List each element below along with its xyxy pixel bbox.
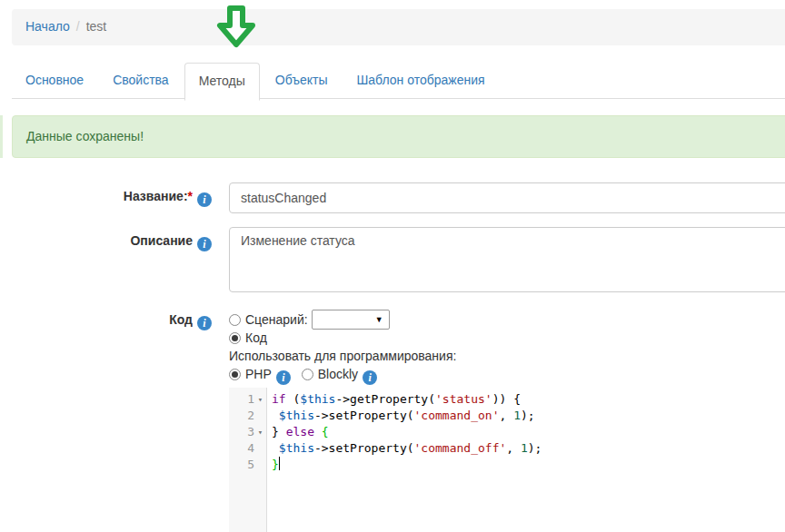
code-token: } xyxy=(272,458,279,471)
code-token: ->setProperty( xyxy=(314,441,414,455)
info-icon[interactable]: i xyxy=(197,237,212,251)
gutter-line-1: 1▾ xyxy=(229,391,266,408)
gutter-line-4: 4 xyxy=(229,440,266,457)
name-input[interactable] xyxy=(229,182,785,213)
scenario-radio-label: Сценарий: xyxy=(245,312,308,327)
tab-1[interactable]: Основное xyxy=(12,63,97,99)
code-editor[interactable]: 1▾23▾45 if ($this->getProperty('status')… xyxy=(229,388,785,532)
code-token: 1 xyxy=(513,409,521,422)
line-number: 1 xyxy=(229,391,254,408)
blockly-radio-label: Blockly xyxy=(318,367,358,381)
code-token: { xyxy=(322,425,329,438)
description-label-text: Описание xyxy=(130,233,193,248)
code-token: if xyxy=(272,392,286,406)
tab-4[interactable]: Объекты xyxy=(262,63,342,99)
code-line-4: $this->setProperty('command_off', 1); xyxy=(272,440,785,457)
code-token: ( xyxy=(286,392,301,406)
code-radio-label: Код xyxy=(245,330,267,345)
code-line-2: $this->setProperty('command_on', 1); xyxy=(272,408,785,424)
code-radio[interactable] xyxy=(229,332,241,344)
line-number: 2 xyxy=(229,408,254,424)
info-icon[interactable]: i xyxy=(276,370,291,385)
fold-arrow-icon[interactable]: ▾ xyxy=(254,424,266,440)
code-label: Кодi xyxy=(0,312,212,330)
scenario-select[interactable]: ▼ xyxy=(312,310,390,330)
code-token: $this xyxy=(279,409,314,422)
text-cursor xyxy=(279,457,280,470)
down-arrow-icon xyxy=(214,5,259,54)
line-number: 3 xyxy=(229,424,254,440)
fold-spacer xyxy=(254,457,266,473)
required-asterisk: * xyxy=(188,189,193,203)
gutter-line-5: 5 xyxy=(229,457,266,473)
code-token: 'command_on' xyxy=(414,409,500,422)
gutter-line-3: 3▾ xyxy=(229,424,266,440)
tab-2[interactable]: Свойства xyxy=(99,63,182,99)
scenario-radio[interactable] xyxy=(229,314,241,326)
tab-bar: ОсновноеСвойстваМетодыОбъектыШаблон отоб… xyxy=(12,63,785,99)
code-token xyxy=(272,441,279,455)
code-token: ); xyxy=(528,441,542,455)
editor-code-area[interactable]: if ($this->getProperty('status')) { $thi… xyxy=(267,388,785,532)
info-icon[interactable]: i xyxy=(363,370,377,385)
tab-5[interactable]: Шаблон отображения xyxy=(343,63,499,99)
description-label: Описаниеi xyxy=(0,233,212,251)
fold-spacer xyxy=(254,440,266,457)
name-label: Название:*i xyxy=(0,189,212,207)
info-icon[interactable]: i xyxy=(197,316,212,330)
code-token: ->getProperty( xyxy=(335,392,435,406)
code-line-5: } xyxy=(272,457,785,473)
gutter-line-2: 2 xyxy=(229,408,266,424)
code-token: 'command_off' xyxy=(414,441,507,455)
code-token: )) { xyxy=(492,392,521,406)
breadcrumb-current: test xyxy=(86,19,107,34)
code-token: $this xyxy=(300,392,335,406)
php-radio[interactable] xyxy=(229,369,241,380)
info-icon[interactable]: i xyxy=(197,192,212,207)
code-token: ); xyxy=(521,409,535,422)
select-arrow-icon: ▼ xyxy=(375,315,383,324)
code-token xyxy=(314,425,322,438)
programming-hint: Использовать для программирования: xyxy=(229,349,456,363)
blockly-radio[interactable] xyxy=(302,369,313,380)
success-alert-text: Данные сохранены! xyxy=(26,129,144,143)
language-option-row: PHPi Blocklyi xyxy=(229,367,377,385)
description-textarea[interactable]: Изменение статуса xyxy=(229,227,785,292)
breadcrumb: Начало/test xyxy=(12,9,785,45)
php-radio-label: PHP xyxy=(245,367,272,381)
code-option-row: Код xyxy=(229,330,267,345)
alert-edge-sliver xyxy=(0,115,3,158)
code-line-1: if ($this->getProperty('status')) { xyxy=(272,391,785,408)
tab-3[interactable]: Методы xyxy=(184,63,260,101)
code-label-text: Код xyxy=(169,312,193,327)
code-token: , xyxy=(506,441,521,455)
code-line-3: } else { xyxy=(272,424,785,440)
name-label-text: Название: xyxy=(124,189,188,203)
fold-spacer xyxy=(254,408,266,424)
fold-arrow-icon[interactable]: ▾ xyxy=(254,391,266,408)
success-alert: Данные сохранены! xyxy=(12,115,785,158)
code-token: 1 xyxy=(521,441,528,455)
breadcrumb-home-link[interactable]: Начало xyxy=(25,19,70,34)
editor-gutter[interactable]: 1▾23▾45 xyxy=(229,388,267,532)
breadcrumb-separator: / xyxy=(76,19,80,34)
code-token: else xyxy=(286,425,314,438)
code-token: ->setProperty( xyxy=(314,409,414,422)
line-number: 4 xyxy=(229,440,254,457)
line-number: 5 xyxy=(229,457,254,473)
code-token xyxy=(272,409,279,422)
code-token: $this xyxy=(279,441,314,455)
programming-hint-text: Использовать для программирования: xyxy=(229,349,456,363)
scenario-option-row: Сценарий:▼ xyxy=(229,310,390,330)
code-token: , xyxy=(499,409,513,422)
code-token: } xyxy=(272,425,286,438)
code-token: 'status' xyxy=(435,392,492,406)
